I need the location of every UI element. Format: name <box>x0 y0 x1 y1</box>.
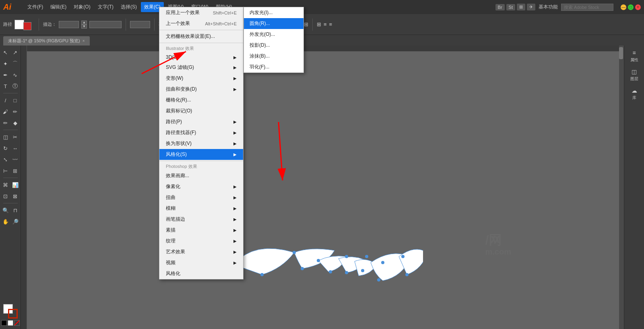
menu-text[interactable]: 文字(T) <box>95 2 117 12</box>
menu-distort2[interactable]: 扭曲 ▶ <box>159 192 243 203</box>
menu-icon[interactable]: ≡ <box>329 21 332 27</box>
none-swatch[interactable] <box>14 320 20 326</box>
zoom-tool[interactable]: 🔎 <box>11 216 20 227</box>
shape-tool[interactable]: □ <box>11 95 20 106</box>
transform-icon[interactable]: ⊞ <box>304 21 308 27</box>
width-tool[interactable]: ⊢ <box>1 166 10 176</box>
stroke-up[interactable]: ▲ <box>81 21 87 25</box>
menu-distort[interactable]: 扭曲和变换(D) ▶ <box>159 84 243 95</box>
canvas-area[interactable]: /网 m.com <box>21 46 624 329</box>
pencil-tool[interactable]: ✏ <box>1 118 10 128</box>
menu-object[interactable]: 对象(O) <box>70 2 93 12</box>
stroke-down[interactable]: ▼ <box>81 25 87 29</box>
menu-stylize2[interactable]: 风格化 <box>159 268 243 279</box>
warp-tool[interactable]: 〰 <box>11 154 20 165</box>
tab-close-btn[interactable]: × <box>83 39 85 43</box>
slice-tool[interactable]: ⊠ <box>11 191 20 201</box>
grid-icon[interactable]: ⊞ <box>317 21 321 27</box>
magic-wand-tool[interactable]: ✦ <box>1 58 10 69</box>
rotate-tool[interactable]: ↻ <box>1 143 10 153</box>
library-panel-btn[interactable]: ☁ 库 <box>625 85 643 103</box>
stroke-swatch[interactable] <box>8 309 18 319</box>
menu-rasterize[interactable]: 栅格化(R)... <box>159 95 243 106</box>
menu-blur[interactable]: 模糊 ▶ <box>159 203 243 214</box>
stock-search-input[interactable] <box>561 4 613 11</box>
menu-crop-marks[interactable]: 裁剪标记(O) <box>159 106 243 116</box>
scroll-thumb[interactable] <box>619 47 623 59</box>
touch-type-tool[interactable]: Ⓣ <box>11 81 20 91</box>
document-tab[interactable]: 未标题-1* @ 150% (RGB/GPU 预览) × <box>3 36 90 46</box>
submenu-round-corners[interactable]: 圆角(R)... <box>244 18 303 29</box>
select-tool[interactable]: ↖ <box>1 47 10 58</box>
svg-point-6 <box>345 255 348 258</box>
direct-select-tool[interactable]: ↗ <box>11 47 20 58</box>
pen-tool[interactable]: ✒ <box>1 70 10 80</box>
menu-svg-filter[interactable]: SVG 滤镜(G) ▶ <box>159 62 243 73</box>
menu-texture[interactable]: 纹理 ▶ <box>159 236 243 246</box>
stylize-submenu: 内发光(I)... 圆角(R)... 外发光(O)... 投影(D)... 涂抹… <box>244 7 304 73</box>
submenu-drop-shadow[interactable]: 投影(D)... <box>244 40 303 51</box>
shaper-tool[interactable]: ◆ <box>11 118 20 128</box>
blob-brush-tool[interactable]: ✏ <box>11 106 20 117</box>
submenu-feather[interactable]: 羽化(F)... <box>244 62 303 72</box>
menu-pathfinder[interactable]: 路径查找器(F) ▶ <box>159 127 243 138</box>
eraser-tool[interactable]: ◫ <box>1 132 10 142</box>
menu-path[interactable]: 路径(P) ▶ <box>159 116 243 127</box>
stroke-width-input[interactable] <box>59 21 79 28</box>
column-graph-tool[interactable]: 📊 <box>11 180 20 190</box>
menu-stylize[interactable]: 风格化(S) ▶ <box>159 149 243 160</box>
paintbrush-tool[interactable]: 🖌 <box>1 106 10 117</box>
menu-warp[interactable]: 变形(W) ▶ <box>159 73 243 84</box>
eyedropper-tool[interactable]: 🔍 <box>1 205 10 215</box>
type-tool[interactable]: T <box>1 81 10 91</box>
white-swatch[interactable] <box>8 320 13 326</box>
menu-apply-last[interactable]: 应用上一个效果 Shift+Ctrl+E <box>159 7 243 18</box>
menu-shape-convert[interactable]: 换为形状(V) ▶ <box>159 138 243 149</box>
symbol-tool[interactable]: ⌘ <box>1 180 10 190</box>
svg-point-12 <box>401 255 405 258</box>
library-icon: ☁ <box>632 87 637 94</box>
hand-tool[interactable]: ✋ <box>1 216 10 227</box>
fill-color-swatch[interactable] <box>14 20 24 29</box>
menu-artistic[interactable]: 艺术效果 ▶ <box>159 246 243 257</box>
free-transform-tool[interactable]: ⊞ <box>11 166 20 176</box>
submenu-scribble[interactable]: 涂抹(B)... <box>244 51 303 62</box>
menu-brush-stroke[interactable]: 画笔描边 ▶ <box>159 214 243 225</box>
svg-point-0 <box>260 273 264 276</box>
extra-input1[interactable] <box>130 21 150 28</box>
menu-pixelate[interactable]: 像素化 ▶ <box>159 181 243 192</box>
menu-3d[interactable]: 3D(3) ▶ <box>159 52 243 62</box>
fg-bg-swatches[interactable] <box>3 304 18 319</box>
curvature-tool[interactable]: ∿ <box>11 70 20 80</box>
menu-video[interactable]: 视频 ▶ <box>159 257 243 268</box>
submenu-outer-glow[interactable]: 外发光(O)... <box>244 29 303 40</box>
lasso-tool[interactable]: ⌒ <box>11 58 20 69</box>
scale-tool[interactable]: ⤡ <box>1 154 10 165</box>
window-close[interactable]: × <box>635 4 641 10</box>
window-maximize[interactable]: □ <box>628 4 634 10</box>
panel-icon[interactable]: ≡ <box>324 21 327 27</box>
menu-edit[interactable]: 编辑(E) <box>47 2 70 12</box>
paint-bucket-tool[interactable]: ⊓ <box>11 205 20 215</box>
artboard-tool[interactable]: ⊡ <box>1 191 10 201</box>
stroke-color-swatch[interactable] <box>23 22 31 30</box>
scissors-tool[interactable]: ✂ <box>11 132 20 142</box>
ruler-left <box>21 46 27 329</box>
reflect-tool[interactable]: ↔ <box>11 143 20 153</box>
stroke-stepper[interactable]: ▲ ▼ <box>81 21 87 29</box>
menu-file[interactable]: 文件(F) <box>24 2 46 12</box>
window-minimize[interactable]: — <box>621 4 626 10</box>
properties-panel-btn[interactable]: ≡ 属性 <box>625 47 643 65</box>
svg-line-18 <box>279 122 283 180</box>
stroke-style-input[interactable] <box>89 21 122 28</box>
menu-select[interactable]: 选择(S) <box>118 2 140 12</box>
submenu-inner-glow[interactable]: 内发光(I)... <box>244 7 303 18</box>
menu-doc-raster[interactable]: 文档栅格效果设置(E)... <box>159 31 243 42</box>
line-tool[interactable]: / <box>1 95 10 106</box>
vertical-scrollbar[interactable] <box>619 46 624 329</box>
layers-panel-btn[interactable]: ◫ 图层 <box>625 66 643 84</box>
black-swatch[interactable] <box>1 320 7 326</box>
menu-effect-gallery[interactable]: 效果画廊... <box>159 170 243 181</box>
menu-last-effect[interactable]: 上一个效果 Alt+Shift+Ctrl+E <box>159 18 243 29</box>
menu-sketch[interactable]: 素描 ▶ <box>159 225 243 236</box>
